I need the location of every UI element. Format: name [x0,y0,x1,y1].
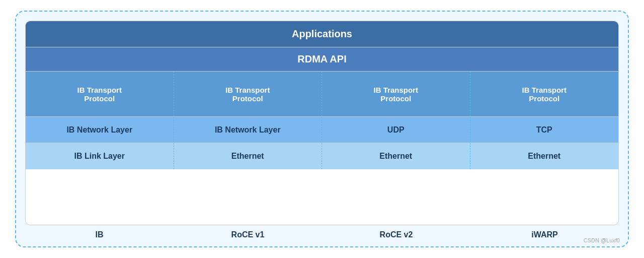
architecture-box: Applications RDMA API IB Transport Proto… [25,21,619,225]
label-roce-v2: RoCE v2 [322,228,470,241]
cell-ib-network-2: IB Network Layer [174,117,323,143]
network-layer-row: IB Network Layer IB Network Layer UDP TC… [26,117,618,143]
rdma-api-row: RDMA API [26,47,618,72]
diagram-container: Applications RDMA API IB Transport Proto… [15,11,629,247]
label-roce-v1: RoCE v1 [174,228,322,241]
cell-ib-link: IB Link Layer [26,143,174,169]
cell-ib-transport-3: IB Transport Protocol [322,72,470,116]
cell-ethernet-3: Ethernet [470,143,619,169]
applications-label: Applications [292,28,352,39]
cell-ethernet-2: Ethernet [322,143,470,169]
cell-ethernet-1: Ethernet [174,143,323,169]
cell-ib-transport-2: IB Transport Protocol [174,72,323,116]
transport-row: IB Transport Protocol IB Transport Proto… [26,72,618,117]
cell-ib-transport-4: IB Transport Protocol [470,72,619,116]
cell-ib-network-1: IB Network Layer [26,117,174,143]
cell-tcp: TCP [470,117,619,143]
applications-row: Applications [26,21,618,47]
bottom-labels: IB RoCE v1 RoCE v2 iWARP [25,228,619,241]
label-ib: IB [25,228,174,241]
rdma-api-label: RDMA API [297,53,346,64]
link-layer-row: IB Link Layer Ethernet Ethernet Ethernet [26,143,618,169]
cell-udp: UDP [322,117,470,143]
cell-ib-transport-1: IB Transport Protocol [26,72,174,116]
watermark: CSDN @Luxf0 [584,237,620,243]
